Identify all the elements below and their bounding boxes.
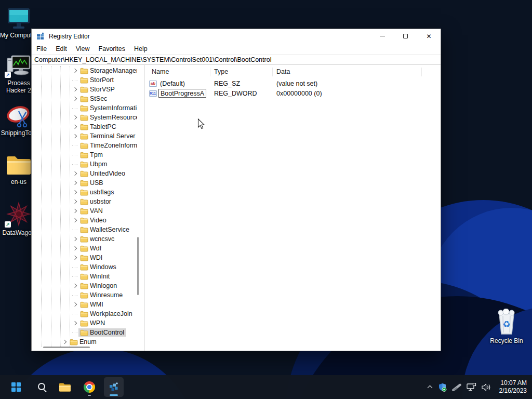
tree-node-terminal-server[interactable]: Terminal Server <box>32 131 137 141</box>
column-header-name[interactable]: Name <box>145 68 210 76</box>
tree-vertical-scrollbar[interactable] <box>137 237 139 295</box>
rename-edit-field[interactable]: BootProgressA <box>158 89 206 98</box>
chevron-right-icon[interactable] <box>72 189 78 195</box>
tree-node-ubpm[interactable]: Ubpm <box>32 159 137 169</box>
tree-node-label: WMI <box>90 301 103 308</box>
chevron-right-icon[interactable] <box>72 236 78 242</box>
tree-node-wininit[interactable]: WinInit <box>32 272 137 281</box>
chevron-right-icon[interactable] <box>72 124 78 130</box>
tree-node-stsec[interactable]: StSec <box>32 94 137 103</box>
chevron-right-icon[interactable] <box>72 198 78 205</box>
registry-value-row[interactable]: 011BootProgressAREG_DWORD0x00000000 (0) <box>145 88 441 98</box>
chevron-right-icon[interactable] <box>72 301 78 308</box>
menu-favorites[interactable]: Favorites <box>99 45 125 52</box>
chevron-right-icon[interactable] <box>72 283 78 289</box>
tree-node-label: TabletPC <box>90 123 116 130</box>
chevron-right-icon[interactable] <box>62 339 68 345</box>
tree-node-wpn[interactable]: WPN <box>32 318 137 328</box>
tree-node-usb[interactable]: USB <box>32 178 137 188</box>
chevron-right-icon[interactable] <box>72 208 78 214</box>
network-disconnected-icon[interactable] <box>452 383 461 391</box>
chevron-right-icon[interactable] <box>72 320 78 326</box>
tree-node-label: BootControl <box>90 329 124 336</box>
chevron-right-icon[interactable] <box>72 96 78 102</box>
tree-node-storvsp[interactable]: StorVSP <box>32 85 137 94</box>
chevron-right-icon[interactable] <box>72 86 78 92</box>
tree-node-enum[interactable]: Enum <box>32 337 137 347</box>
tree-node-tpm[interactable]: Tpm <box>32 150 137 159</box>
shortcut-arrow-icon: ↗ <box>5 221 11 228</box>
tree-node-timezoneinformation[interactable]: TimeZoneInformation <box>32 141 137 150</box>
chevron-right-icon[interactable] <box>72 114 78 121</box>
folder-icon <box>80 245 88 252</box>
volume-icon[interactable] <box>482 383 491 391</box>
folder-icon <box>80 170 88 177</box>
folder-icon <box>80 152 88 158</box>
folder-icon <box>80 114 88 121</box>
tree-connector <box>72 161 78 167</box>
value-type: REG_DWORD <box>210 90 273 97</box>
reg-sz-icon: ab <box>149 81 157 87</box>
registry-tree-pane: StorageManagementStorPortStorVSPStSecSys… <box>32 65 144 351</box>
tree-node-usbstor[interactable]: usbstor <box>32 197 137 206</box>
tree-node-walletservice[interactable]: WalletService <box>32 225 137 234</box>
tree-node-tabletpc[interactable]: TabletPC <box>32 122 137 131</box>
tree-node-video[interactable]: Video <box>32 216 137 225</box>
chrome-button[interactable] <box>79 377 99 397</box>
tree-node-usbflags[interactable]: usbflags <box>32 188 137 197</box>
windows-security-icon[interactable] <box>438 383 447 392</box>
tree-connector <box>72 273 78 280</box>
menu-view[interactable]: View <box>76 45 90 52</box>
tree-node-winlogon[interactable]: Winlogon <box>32 281 137 290</box>
close-button[interactable]: ✕ <box>417 29 441 43</box>
registry-editor-taskbar-button[interactable] <box>104 377 124 397</box>
chevron-right-icon[interactable] <box>72 170 78 177</box>
tree-node-van[interactable]: VAN <box>32 206 137 216</box>
tree-node-label: USB <box>90 179 103 187</box>
maximize-icon <box>403 34 408 38</box>
tree-node-windows[interactable]: Windows <box>32 262 137 272</box>
folder-icon <box>80 217 88 224</box>
menu-edit[interactable]: Edit <box>56 45 67 52</box>
tray-overflow-button[interactable] <box>428 384 433 390</box>
minimize-icon <box>380 36 385 36</box>
desktop-icon-recycle-bin[interactable]: ♻ Recycle Bin <box>486 307 527 344</box>
tree-node-wdf[interactable]: Wdf <box>32 244 137 253</box>
file-explorer-button[interactable] <box>55 377 75 397</box>
search-button[interactable] <box>31 377 50 397</box>
tree-node-workplacejoin[interactable]: WorkplaceJoin <box>32 309 137 318</box>
chevron-right-icon[interactable] <box>72 217 78 223</box>
address-bar[interactable]: Computer\HKEY_LOCAL_MACHINE\SYSTEM\Contr… <box>32 54 441 65</box>
chevron-right-icon[interactable] <box>72 255 78 261</box>
maximize-button[interactable] <box>394 29 417 43</box>
tree-node-label: SystemResources <box>90 114 137 121</box>
tree-node-storport[interactable]: StorPort <box>32 75 137 85</box>
tree-node-winresume[interactable]: Winresume <box>32 290 137 300</box>
chevron-right-icon[interactable] <box>72 180 78 186</box>
tree-node-wmi[interactable]: WMI <box>32 300 137 309</box>
tree-node-wdi[interactable]: WDI <box>32 253 137 262</box>
ethernet-icon[interactable] <box>467 383 476 391</box>
chevron-right-icon[interactable] <box>72 245 78 251</box>
column-header-type[interactable]: Type <box>210 68 273 76</box>
title-bar[interactable]: Registry Editor ✕ <box>32 29 441 43</box>
minimize-button[interactable] <box>370 29 394 43</box>
tree-node-systeminformation[interactable]: SystemInformation <box>32 103 137 113</box>
window-body: StorageManagementStorPortStorVSPStSecSys… <box>32 65 441 351</box>
column-header-data[interactable]: Data <box>273 68 422 76</box>
menu-file[interactable]: File <box>36 45 47 52</box>
taskbar-clock[interactable]: 10:07 AM 2/16/2023 <box>499 379 527 395</box>
chevron-right-icon[interactable] <box>72 68 78 74</box>
start-button[interactable] <box>6 377 26 397</box>
chevron-right-icon[interactable] <box>72 133 78 139</box>
tree-horizontal-scrollbar[interactable] <box>43 347 90 348</box>
tree-node-label: SystemInformation <box>90 104 137 112</box>
registry-value-row[interactable]: ab(Default)REG_SZ(value not set) <box>145 78 441 88</box>
tree-node-label: Terminal Server <box>90 132 136 140</box>
tree-node-storagemanagement[interactable]: StorageManagement <box>32 66 137 75</box>
menu-help[interactable]: Help <box>134 45 148 52</box>
tree-node-systemresources[interactable]: SystemResources <box>32 113 137 122</box>
tree-node-wcncsvc[interactable]: wcncsvc <box>32 234 137 244</box>
tree-node-bootcontrol[interactable]: BootControl <box>32 328 137 337</box>
tree-node-unitedvideo[interactable]: UnitedVideo <box>32 169 137 178</box>
